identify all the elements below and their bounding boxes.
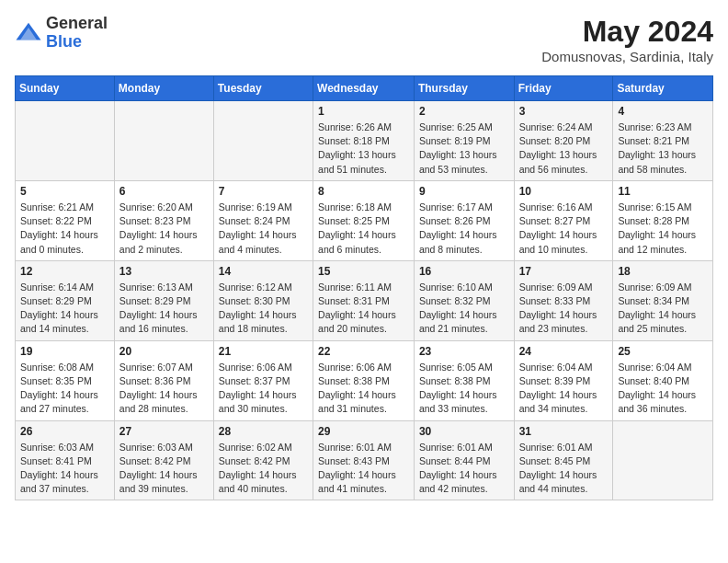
day-info: Sunrise: 6:08 AM Sunset: 8:35 PM Dayligh… (20, 361, 109, 417)
day-number: 20 (119, 345, 209, 358)
day-number: 14 (219, 265, 308, 278)
day-info: Sunrise: 6:21 AM Sunset: 8:22 PM Dayligh… (20, 201, 109, 257)
weekday-header: Monday (114, 76, 213, 101)
day-number: 3 (519, 105, 609, 118)
day-number: 22 (318, 345, 409, 358)
day-info: Sunrise: 6:06 AM Sunset: 8:37 PM Dayligh… (219, 361, 308, 417)
calendar-cell: 20Sunrise: 6:07 AM Sunset: 8:36 PM Dayli… (114, 340, 213, 420)
day-info: Sunrise: 6:14 AM Sunset: 8:29 PM Dayligh… (20, 281, 109, 337)
day-number: 31 (519, 425, 609, 438)
day-number: 2 (419, 105, 509, 118)
day-info: Sunrise: 6:01 AM Sunset: 8:44 PM Dayligh… (419, 441, 509, 497)
weekday-header: Thursday (414, 76, 514, 101)
logo-general: General (46, 15, 108, 33)
day-number: 30 (419, 425, 509, 438)
title-month: May 2024 (541, 15, 713, 49)
day-number: 23 (419, 345, 509, 358)
calendar-week-row: 19Sunrise: 6:08 AM Sunset: 8:35 PM Dayli… (16, 340, 713, 420)
calendar-cell: 26Sunrise: 6:03 AM Sunset: 8:41 PM Dayli… (16, 420, 115, 500)
day-info: Sunrise: 6:25 AM Sunset: 8:19 PM Dayligh… (419, 121, 509, 177)
calendar-cell (16, 101, 115, 181)
logo-text: General Blue (46, 15, 108, 52)
calendar-cell: 24Sunrise: 6:04 AM Sunset: 8:39 PM Dayli… (514, 340, 613, 420)
day-number: 8 (318, 185, 409, 198)
day-number: 18 (618, 265, 708, 278)
day-number: 6 (119, 185, 209, 198)
calendar-cell: 27Sunrise: 6:03 AM Sunset: 8:42 PM Dayli… (114, 420, 213, 500)
day-info: Sunrise: 6:26 AM Sunset: 8:18 PM Dayligh… (318, 121, 409, 177)
calendar-cell: 4Sunrise: 6:23 AM Sunset: 8:21 PM Daylig… (613, 101, 713, 181)
day-info: Sunrise: 6:09 AM Sunset: 8:33 PM Dayligh… (519, 281, 609, 337)
calendar-week-row: 5Sunrise: 6:21 AM Sunset: 8:22 PM Daylig… (16, 180, 713, 260)
title-block: May 2024 Domusnovas, Sardinia, Italy (541, 15, 713, 64)
day-number: 19 (20, 345, 109, 358)
calendar-week-row: 12Sunrise: 6:14 AM Sunset: 8:29 PM Dayli… (16, 260, 713, 340)
day-number: 11 (618, 185, 708, 198)
calendar-cell: 1Sunrise: 6:26 AM Sunset: 8:18 PM Daylig… (313, 101, 415, 181)
day-info: Sunrise: 6:03 AM Sunset: 8:41 PM Dayligh… (20, 441, 109, 497)
calendar-cell: 9Sunrise: 6:17 AM Sunset: 8:26 PM Daylig… (414, 180, 514, 260)
calendar-cell: 29Sunrise: 6:01 AM Sunset: 8:43 PM Dayli… (313, 420, 415, 500)
day-number: 27 (119, 425, 209, 438)
logo-blue: Blue (46, 33, 108, 52)
calendar-cell: 6Sunrise: 6:20 AM Sunset: 8:23 PM Daylig… (114, 180, 213, 260)
day-info: Sunrise: 6:12 AM Sunset: 8:30 PM Dayligh… (219, 281, 308, 337)
day-number: 12 (20, 265, 109, 278)
day-info: Sunrise: 6:09 AM Sunset: 8:34 PM Dayligh… (618, 281, 708, 337)
day-info: Sunrise: 6:18 AM Sunset: 8:25 PM Dayligh… (318, 201, 409, 257)
day-info: Sunrise: 6:03 AM Sunset: 8:42 PM Dayligh… (119, 441, 209, 497)
calendar-cell: 11Sunrise: 6:15 AM Sunset: 8:28 PM Dayli… (613, 180, 713, 260)
day-number: 13 (119, 265, 209, 278)
calendar-cell: 17Sunrise: 6:09 AM Sunset: 8:33 PM Dayli… (514, 260, 613, 340)
day-number: 15 (318, 265, 409, 278)
day-number: 28 (219, 425, 308, 438)
day-number: 21 (219, 345, 308, 358)
day-number: 16 (419, 265, 509, 278)
calendar-cell: 18Sunrise: 6:09 AM Sunset: 8:34 PM Dayli… (613, 260, 713, 340)
day-info: Sunrise: 6:11 AM Sunset: 8:31 PM Dayligh… (318, 281, 409, 337)
day-info: Sunrise: 6:19 AM Sunset: 8:24 PM Dayligh… (219, 201, 308, 257)
day-info: Sunrise: 6:01 AM Sunset: 8:43 PM Dayligh… (318, 441, 409, 497)
calendar-cell: 10Sunrise: 6:16 AM Sunset: 8:27 PM Dayli… (514, 180, 613, 260)
day-info: Sunrise: 6:24 AM Sunset: 8:20 PM Dayligh… (519, 121, 609, 177)
weekday-header-row: SundayMondayTuesdayWednesdayThursdayFrid… (16, 76, 713, 101)
calendar-cell: 14Sunrise: 6:12 AM Sunset: 8:30 PM Dayli… (213, 260, 313, 340)
calendar-cell: 2Sunrise: 6:25 AM Sunset: 8:19 PM Daylig… (414, 101, 514, 181)
calendar-cell: 16Sunrise: 6:10 AM Sunset: 8:32 PM Dayli… (414, 260, 514, 340)
calendar-cell: 28Sunrise: 6:02 AM Sunset: 8:42 PM Dayli… (213, 420, 313, 500)
calendar-cell (213, 101, 313, 181)
calendar-cell (613, 420, 713, 500)
calendar-cell: 13Sunrise: 6:13 AM Sunset: 8:29 PM Dayli… (114, 260, 213, 340)
calendar-cell: 30Sunrise: 6:01 AM Sunset: 8:44 PM Dayli… (414, 420, 514, 500)
day-info: Sunrise: 6:13 AM Sunset: 8:29 PM Dayligh… (119, 281, 209, 337)
day-info: Sunrise: 6:01 AM Sunset: 8:45 PM Dayligh… (519, 441, 609, 497)
logo: General Blue (15, 15, 108, 52)
day-number: 26 (20, 425, 109, 438)
day-info: Sunrise: 6:02 AM Sunset: 8:42 PM Dayligh… (219, 441, 308, 497)
calendar-cell: 19Sunrise: 6:08 AM Sunset: 8:35 PM Dayli… (16, 340, 115, 420)
day-info: Sunrise: 6:07 AM Sunset: 8:36 PM Dayligh… (119, 361, 209, 417)
day-info: Sunrise: 6:04 AM Sunset: 8:40 PM Dayligh… (618, 361, 708, 417)
calendar-cell: 7Sunrise: 6:19 AM Sunset: 8:24 PM Daylig… (213, 180, 313, 260)
calendar-cell: 25Sunrise: 6:04 AM Sunset: 8:40 PM Dayli… (613, 340, 713, 420)
weekday-header: Tuesday (213, 76, 313, 101)
weekday-header: Saturday (613, 76, 713, 101)
day-number: 5 (20, 185, 109, 198)
day-info: Sunrise: 6:17 AM Sunset: 8:26 PM Dayligh… (419, 201, 509, 257)
page-header: General Blue May 2024 Domusnovas, Sardin… (15, 15, 713, 64)
calendar-cell: 8Sunrise: 6:18 AM Sunset: 8:25 PM Daylig… (313, 180, 415, 260)
day-number: 29 (318, 425, 409, 438)
calendar-cell: 15Sunrise: 6:11 AM Sunset: 8:31 PM Dayli… (313, 260, 415, 340)
day-number: 24 (519, 345, 609, 358)
calendar-cell: 5Sunrise: 6:21 AM Sunset: 8:22 PM Daylig… (16, 180, 115, 260)
day-number: 1 (318, 105, 409, 118)
day-info: Sunrise: 6:06 AM Sunset: 8:38 PM Dayligh… (318, 361, 409, 417)
day-info: Sunrise: 6:16 AM Sunset: 8:27 PM Dayligh… (519, 201, 609, 257)
day-number: 4 (618, 105, 708, 118)
day-info: Sunrise: 6:10 AM Sunset: 8:32 PM Dayligh… (419, 281, 509, 337)
calendar-table: SundayMondayTuesdayWednesdayThursdayFrid… (15, 75, 713, 500)
calendar-cell: 22Sunrise: 6:06 AM Sunset: 8:38 PM Dayli… (313, 340, 415, 420)
calendar-week-row: 26Sunrise: 6:03 AM Sunset: 8:41 PM Dayli… (16, 420, 713, 500)
day-info: Sunrise: 6:20 AM Sunset: 8:23 PM Dayligh… (119, 201, 209, 257)
calendar-cell: 3Sunrise: 6:24 AM Sunset: 8:20 PM Daylig… (514, 101, 613, 181)
